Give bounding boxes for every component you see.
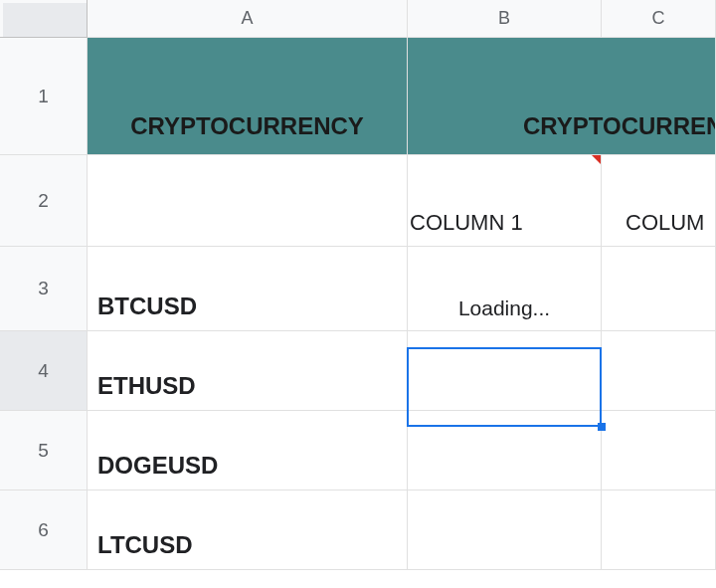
cell-b2-text: COLUMN 1 xyxy=(410,210,523,236)
row-header-4[interactable]: 4 xyxy=(0,331,88,411)
cell-b1c1-merged[interactable]: CRYPTOCURREN xyxy=(408,38,716,155)
col-header-a[interactable]: A xyxy=(88,0,408,38)
row-header-5[interactable]: 5 xyxy=(0,411,88,490)
row-header-1[interactable]: 1 xyxy=(0,38,88,155)
col-header-c[interactable]: C xyxy=(602,0,716,38)
row-header-6[interactable]: 6 xyxy=(0,490,88,570)
cell-c4[interactable] xyxy=(602,331,716,411)
cell-b5[interactable] xyxy=(408,411,602,490)
cell-c6[interactable] xyxy=(602,490,716,570)
cell-b3[interactable]: Loading... xyxy=(408,247,602,331)
cell-a3[interactable]: BTCUSD xyxy=(88,247,408,331)
selection-fill-handle[interactable] xyxy=(598,423,606,431)
spreadsheet-grid: A B C 1 CRYPTOCURRENCY CRYPTOCURREN 2 CO… xyxy=(0,0,716,570)
select-all-corner[interactable] xyxy=(0,0,88,38)
cell-b4[interactable] xyxy=(408,331,602,411)
cell-c3[interactable] xyxy=(602,247,716,331)
cell-b2[interactable]: COLUMN 1 xyxy=(408,155,602,247)
col-header-b[interactable]: B xyxy=(408,0,602,38)
row-header-3[interactable]: 3 xyxy=(0,247,88,331)
cell-a2[interactable] xyxy=(88,155,408,247)
cell-b6[interactable] xyxy=(408,490,602,570)
cell-a1[interactable]: CRYPTOCURRENCY xyxy=(88,38,408,155)
cell-c2[interactable]: COLUM xyxy=(602,155,716,247)
cell-a6[interactable]: LTCUSD xyxy=(88,490,408,570)
cell-c5[interactable] xyxy=(602,411,716,490)
comment-indicator-icon[interactable] xyxy=(592,155,601,164)
cell-a4[interactable]: ETHUSD xyxy=(88,331,408,411)
cell-a5[interactable]: DOGEUSD xyxy=(88,411,408,490)
row-header-2[interactable]: 2 xyxy=(0,155,88,247)
